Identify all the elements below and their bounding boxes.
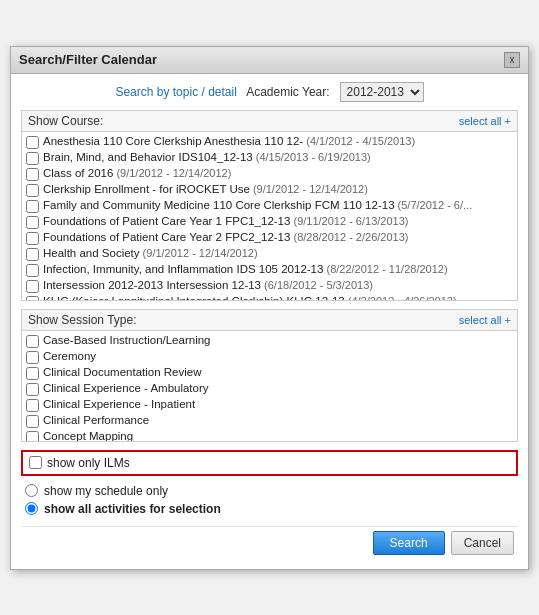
course-label-c2[interactable]: Brain, Mind, and Behavior IDS104_12-13 (… <box>43 151 371 163</box>
course-section-header: Show Course: select all + <box>22 111 517 132</box>
list-item: Clinical Experience - Inpatient <box>26 397 513 413</box>
session-checkbox-s7[interactable] <box>26 431 39 441</box>
list-item: Anesthesia 110 Core Clerkship Anesthesia… <box>26 134 513 150</box>
search-filter-dialog: Search/Filter Calendar x Search by topic… <box>10 46 529 570</box>
session-checkbox-s2[interactable] <box>26 351 39 364</box>
list-item: Family and Community Medicine 110 Core C… <box>26 198 513 214</box>
course-label-c7[interactable]: Foundations of Patient Care Year 2 FPC2_… <box>43 231 408 243</box>
course-label-c8[interactable]: Health and Society (9/1/2012 - 12/14/201… <box>43 247 258 259</box>
list-item: Health and Society (9/1/2012 - 12/14/201… <box>26 246 513 262</box>
course-checkbox-c5[interactable] <box>26 200 39 213</box>
session-type-list: Case-Based Instruction/Learning Ceremony… <box>22 331 517 441</box>
session-checkbox-s1[interactable] <box>26 335 39 348</box>
list-item: Intersession 2012-2013 Intersession 12-1… <box>26 278 513 294</box>
show-ilms-checkbox[interactable] <box>29 456 42 469</box>
list-item: Case-Based Instruction/Learning <box>26 333 513 349</box>
radio-section: show my schedule only show all activitie… <box>21 484 518 516</box>
session-type-section-header: Show Session Type: select all + <box>22 310 517 331</box>
session-label-s7[interactable]: Concept Mapping <box>43 430 133 441</box>
dialog-body: Search by topic / detail Academic Year: … <box>11 74 528 569</box>
session-label-s3[interactable]: Clinical Documentation Review <box>43 366 202 378</box>
course-label-c4[interactable]: Clerkship Enrollment - for iROCKET Use (… <box>43 183 368 195</box>
academic-year-label: Academic Year: <box>246 85 329 99</box>
session-label-s2[interactable]: Ceremony <box>43 350 96 362</box>
session-label-s4[interactable]: Clinical Experience - Ambulatory <box>43 382 209 394</box>
course-select-all-link[interactable]: select all + <box>459 115 511 127</box>
course-section-title: Show Course: <box>28 114 103 128</box>
course-label-c11[interactable]: KLIC (Kaiser Longitudinal Integrated Cle… <box>43 295 457 300</box>
course-checkbox-c6[interactable] <box>26 216 39 229</box>
search-by-row: Search by topic / detail Academic Year: … <box>21 82 518 102</box>
search-button[interactable]: Search <box>373 531 445 555</box>
list-item: Clinical Performance <box>26 413 513 429</box>
list-item: Ceremony <box>26 349 513 365</box>
course-label-c9[interactable]: Infection, Immunity, and Inflammation ID… <box>43 263 448 275</box>
course-section: Show Course: select all + Anesthesia 110… <box>21 110 518 301</box>
session-type-select-all-link[interactable]: select all + <box>459 314 511 326</box>
course-checkbox-c8[interactable] <box>26 248 39 261</box>
course-checkbox-c1[interactable] <box>26 136 39 149</box>
list-item: Clerkship Enrollment - for iROCKET Use (… <box>26 182 513 198</box>
session-label-s5[interactable]: Clinical Experience - Inpatient <box>43 398 195 410</box>
course-checkbox-c10[interactable] <box>26 280 39 293</box>
list-item: Concept Mapping <box>26 429 513 441</box>
course-label-c3[interactable]: Class of 2016 (9/1/2012 - 12/14/2012) <box>43 167 231 179</box>
course-label-c6[interactable]: Foundations of Patient Care Year 1 FPC1_… <box>43 215 408 227</box>
dialog-title: Search/Filter Calendar <box>19 52 157 67</box>
course-label-c10[interactable]: Intersession 2012-2013 Intersession 12-1… <box>43 279 373 291</box>
course-checkbox-c7[interactable] <box>26 232 39 245</box>
list-item: Infection, Immunity, and Inflammation ID… <box>26 262 513 278</box>
course-checkbox-c2[interactable] <box>26 152 39 165</box>
show-ilms-row: show only ILMs <box>21 450 518 476</box>
radio-all-activities-label[interactable]: show all activities for selection <box>44 502 221 516</box>
button-row: Search Cancel <box>21 526 518 561</box>
list-item: Clinical Documentation Review <box>26 365 513 381</box>
session-checkbox-s5[interactable] <box>26 399 39 412</box>
cancel-button[interactable]: Cancel <box>451 531 514 555</box>
radio-row-my-schedule: show my schedule only <box>25 484 518 498</box>
course-label-c1[interactable]: Anesthesia 110 Core Clerkship Anesthesia… <box>43 135 415 147</box>
radio-all-activities[interactable] <box>25 502 38 515</box>
session-label-s1[interactable]: Case-Based Instruction/Learning <box>43 334 211 346</box>
list-item: Foundations of Patient Care Year 1 FPC1_… <box>26 214 513 230</box>
list-item: Brain, Mind, and Behavior IDS104_12-13 (… <box>26 150 513 166</box>
list-item: Class of 2016 (9/1/2012 - 12/14/2012) <box>26 166 513 182</box>
academic-year-select[interactable]: 2012-2013 2011-2012 2013-2014 <box>340 82 424 102</box>
radio-my-schedule-label[interactable]: show my schedule only <box>44 484 168 498</box>
radio-row-all-activities: show all activities for selection <box>25 502 518 516</box>
list-item: KLIC (Kaiser Longitudinal Integrated Cle… <box>26 294 513 300</box>
list-item: Clinical Experience - Ambulatory <box>26 381 513 397</box>
list-item: Foundations of Patient Care Year 2 FPC2_… <box>26 230 513 246</box>
radio-my-schedule[interactable] <box>25 484 38 497</box>
search-by-topic-link[interactable]: Search by topic / detail <box>115 85 236 99</box>
course-checkbox-c9[interactable] <box>26 264 39 277</box>
session-checkbox-s3[interactable] <box>26 367 39 380</box>
session-type-section: Show Session Type: select all + Case-Bas… <box>21 309 518 442</box>
session-type-section-title: Show Session Type: <box>28 313 137 327</box>
course-checkbox-c3[interactable] <box>26 168 39 181</box>
course-checkbox-c11[interactable] <box>26 296 39 300</box>
course-list: Anesthesia 110 Core Clerkship Anesthesia… <box>22 132 517 300</box>
close-button[interactable]: x <box>504 52 520 68</box>
session-checkbox-s4[interactable] <box>26 383 39 396</box>
show-ilms-label[interactable]: show only ILMs <box>47 456 130 470</box>
session-label-s6[interactable]: Clinical Performance <box>43 414 149 426</box>
course-checkbox-c4[interactable] <box>26 184 39 197</box>
dialog-titlebar: Search/Filter Calendar x <box>11 47 528 74</box>
session-checkbox-s6[interactable] <box>26 415 39 428</box>
course-label-c5[interactable]: Family and Community Medicine 110 Core C… <box>43 199 472 211</box>
